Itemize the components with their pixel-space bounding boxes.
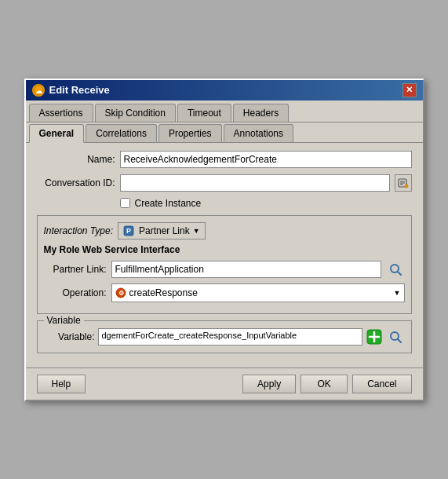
variable-label: Variable: [44, 331, 95, 342]
tab-annotations[interactable]: Annotations [224, 124, 293, 142]
name-row: Name: [37, 151, 412, 168]
title-bar-left: ☁ Edit Receive [32, 84, 110, 97]
interaction-row: Interaction Type: P Partner Link ▼ [44, 222, 405, 240]
variable-add-button[interactable] [366, 328, 383, 346]
tab-row-2: General Correlations Properties Annotati… [26, 122, 423, 143]
partner-link-search-button[interactable] [386, 260, 405, 279]
svg-text:☁: ☁ [35, 87, 42, 95]
create-instance-row: Create Instance [120, 198, 412, 209]
conversation-id-label: Conversation ID: [37, 177, 115, 188]
ok-button[interactable]: OK [300, 375, 348, 393]
partner-link-input[interactable] [111, 261, 381, 278]
help-button[interactable]: Help [37, 375, 86, 393]
conversation-id-row: Conversation ID: [37, 174, 412, 192]
interaction-type-dropdown[interactable]: P Partner Link ▼ [118, 222, 206, 240]
name-input[interactable] [120, 151, 412, 168]
interface-section-title: My Role Web Service Interface [44, 244, 405, 255]
action-buttons: Apply OK Cancel [242, 375, 411, 393]
interaction-section: Interaction Type: P Partner Link ▼ My Ro… [37, 215, 412, 314]
tab-row-1: Assertions Skip Condition Timeout Header… [26, 101, 423, 122]
variable-section: Variable Variable: dgementForCreate_crea… [37, 320, 412, 353]
partner-link-row: Partner Link: [44, 260, 405, 279]
tab-headers[interactable]: Headers [233, 104, 289, 122]
variable-section-label: Variable [44, 315, 84, 326]
interaction-type-value: Partner Link [139, 225, 190, 236]
partner-link-label: Partner Link: [44, 264, 107, 275]
operation-select[interactable]: ⚙ createResponse ▼ [111, 283, 405, 302]
title-bar: ☁ Edit Receive ✕ [26, 80, 423, 101]
operation-dropdown-chevron: ▼ [394, 289, 401, 297]
name-label: Name: [37, 154, 115, 165]
operation-row: Operation: ⚙ createResponse ▼ [44, 283, 405, 302]
conversation-id-input[interactable] [120, 174, 390, 192]
tab-skip-condition[interactable]: Skip Condition [95, 104, 176, 122]
operation-label: Operation: [44, 287, 107, 298]
tab-general[interactable]: General [29, 124, 85, 143]
tab-timeout[interactable]: Timeout [177, 104, 231, 122]
close-button[interactable]: ✕ [402, 83, 417, 97]
variable-search-button[interactable] [386, 327, 405, 346]
tab-properties[interactable]: Properties [158, 124, 222, 142]
dialog-title: Edit Receive [49, 84, 110, 96]
interaction-type-label: Interaction Type: [44, 225, 114, 236]
create-instance-checkbox[interactable] [120, 198, 130, 208]
svg-line-10 [398, 272, 401, 275]
dropdown-chevron: ▼ [193, 227, 200, 235]
dialog: ☁ Edit Receive ✕ Assertions Skip Conditi… [24, 79, 424, 401]
svg-point-6 [405, 185, 408, 188]
svg-text:⚙: ⚙ [118, 290, 123, 297]
main-content: Name: Conversation ID: Create Instance [26, 143, 423, 367]
apply-button[interactable]: Apply [242, 375, 296, 393]
create-instance-label: Create Instance [135, 198, 202, 209]
variable-input[interactable]: dgementForCreate_createResponse_InputVar… [98, 328, 362, 346]
svg-line-17 [398, 339, 401, 342]
cancel-button[interactable]: Cancel [352, 375, 411, 393]
bottom-bar: Help Apply OK Cancel [26, 367, 423, 400]
conversation-id-button[interactable] [395, 174, 412, 192]
app-icon: ☁ [32, 84, 45, 97]
tab-assertions[interactable]: Assertions [29, 104, 93, 122]
variable-row: Variable: dgementForCreate_createRespons… [44, 327, 405, 346]
svg-text:P: P [126, 227, 131, 235]
operation-value: createResponse [129, 287, 391, 298]
tab-correlations[interactable]: Correlations [86, 124, 157, 142]
